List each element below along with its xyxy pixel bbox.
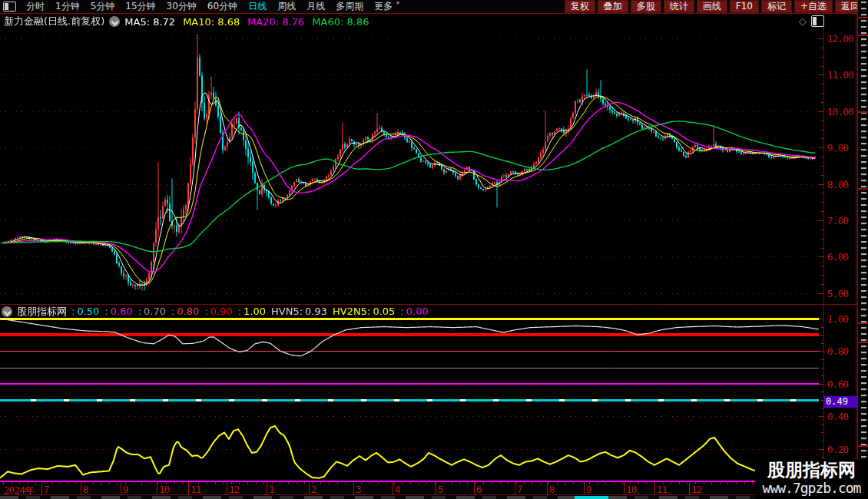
watermark-url: www.7gpzb.com [755, 481, 868, 496]
month-label: 3 [356, 484, 361, 495]
indicator-label: 1.00 [827, 313, 855, 325]
price-label: 7.00 [827, 215, 855, 226]
menu-item-5分钟[interactable]: 5分钟 [91, 0, 115, 13]
price-label: 9.00 [827, 142, 855, 154]
indicator-value: :0.00 [400, 306, 428, 317]
stock-title: 新力金融(日线.前复权) [4, 15, 104, 28]
menu-item-更多 ˃[interactable]: 更多 ˃ [374, 0, 400, 13]
toolbar-button-画线[interactable]: 画线 [697, 0, 727, 13]
indicator-title: 股朋指标网 [17, 305, 67, 319]
price-label: 10.00 [827, 106, 855, 117]
toolbar-buttons: 复权叠加多股统计画线F10标记+自选返回 [565, 0, 868, 13]
app-window: 分时1分钟5分钟15分钟30分钟60分钟日线周线月线多周期更多 ˃ 复权叠加多股… [0, 0, 868, 499]
price-label: 11.00 [827, 69, 855, 81]
menu-item-60分钟[interactable]: 60分钟 [207, 0, 237, 13]
current-value-tag: 0.49 [824, 396, 857, 408]
month-label: 11 [190, 484, 201, 495]
menu-bar: 分时1分钟5分钟15分钟30分钟60分钟日线周线月线多周期更多 ˃ 复权叠加多股… [0, 0, 868, 14]
ma-value-MA5: MA5: 8.72 [124, 16, 175, 28]
month-label: 10 [159, 484, 170, 495]
chevron-down-icon[interactable] [109, 16, 120, 27]
panel-layout-icon[interactable] [811, 15, 824, 27]
ma-legend: MA5: 8.72MA10: 8.68MA20: 8.76MA60: 8.86 [124, 16, 376, 28]
right-edge-strip[interactable] [857, 0, 868, 499]
chart-corner-icons: ◇ [799, 15, 824, 27]
ma-value-MA60: MA60: 8.86 [312, 16, 369, 28]
menu-item-15分钟[interactable]: 15分钟 [125, 0, 155, 13]
price-label: 12.00 [827, 33, 855, 45]
indicator-value: :0.80 [171, 306, 199, 317]
vertical-text-glyphs [861, 2, 866, 497]
diamond-icon[interactable]: ◇ [799, 16, 807, 26]
month-label: 12 [229, 484, 240, 495]
indicator-label: 0.20 [827, 444, 855, 455]
window-layout-icon[interactable] [3, 2, 16, 12]
indicator-value: HV2N5:0.05 [333, 306, 395, 317]
indicator-label: 0.80 [827, 345, 855, 357]
indicator-value: :0.50 [71, 306, 99, 317]
month-label: 4 [395, 484, 400, 495]
month-label: 11 [657, 484, 668, 495]
price-label: 8.00 [827, 179, 855, 190]
month-label: 7 [44, 484, 49, 495]
menu-item-月线[interactable]: 月线 [306, 0, 325, 13]
menu-item-1分钟[interactable]: 1分钟 [55, 0, 80, 13]
menu-item-分时[interactable]: 分时 [26, 0, 45, 13]
menu-item-日线[interactable]: 日线 [248, 0, 267, 13]
indicator-value: :0.70 [138, 306, 166, 317]
month-label: 8 [83, 484, 88, 495]
price-chart-canvas[interactable] [0, 0, 868, 499]
toolbar-button-F10[interactable]: F10 [730, 0, 759, 13]
month-label: 10 [626, 484, 637, 495]
month-label: 1 [269, 484, 274, 495]
toolbar-button-统计[interactable]: 统计 [664, 0, 694, 13]
toolbar-button-叠加[interactable]: 叠加 [598, 0, 628, 13]
menu-item-周线[interactable]: 周线 [277, 0, 296, 13]
month-label: 6 [476, 484, 482, 495]
indicator-value: HVN5:0.93 [271, 306, 327, 317]
month-label: 2 [311, 484, 316, 495]
menu-item-30分钟[interactable]: 30分钟 [167, 0, 197, 13]
month-label: 12 [691, 484, 702, 495]
month-label: 7 [517, 484, 522, 495]
toolbar-button-复权[interactable]: 复权 [565, 0, 595, 13]
indicator-label: 0.40 [827, 411, 855, 422]
indicator-label: 0.60 [827, 378, 855, 390]
month-label: 5 [438, 484, 443, 495]
indicator-header: 股朋指标网 :0.50:0.60:0.70:0.80:0.90:1.00HVN5… [2, 306, 434, 317]
indicator-values: :0.50:0.60:0.70:0.80:0.90:1.00HVN5:0.93H… [71, 306, 434, 317]
month-label: 9 [586, 484, 591, 495]
bottom-cyan-marker [575, 496, 608, 499]
period-menu: 分时1分钟5分钟15分钟30分钟60分钟日线周线月线多周期更多 ˃ [21, 0, 406, 13]
chevron-down-icon[interactable] [2, 306, 12, 317]
toolbar-button-多股[interactable]: 多股 [631, 0, 661, 13]
toolbar-button-标记[interactable]: 标记 [761, 0, 792, 13]
ma-value-MA10: MA10: 8.68 [183, 16, 240, 28]
month-label: 8 [549, 484, 555, 495]
menu-item-多周期[interactable]: 多周期 [336, 0, 363, 13]
month-label: 9 [123, 484, 128, 495]
price-label: 6.00 [827, 251, 855, 263]
indicator-value: :0.90 [204, 306, 232, 317]
ma-value-MA20: MA20: 8.76 [247, 16, 304, 28]
indicator-value: :1.00 [238, 306, 266, 317]
toolbar-button-+自选[interactable]: +自选 [794, 0, 833, 13]
price-label: 5.00 [827, 288, 855, 299]
indicator-value: :0.60 [104, 306, 132, 317]
watermark-name: 股朋指标网 [755, 459, 868, 481]
watermark: 股朋指标网 www.7gpzb.com [755, 459, 868, 499]
bottom-cutoff-row [0, 496, 857, 499]
chart-title-row: 新力金融(日线.前复权) MA5: 8.72MA10: 8.68MA20: 8.… [4, 15, 376, 28]
